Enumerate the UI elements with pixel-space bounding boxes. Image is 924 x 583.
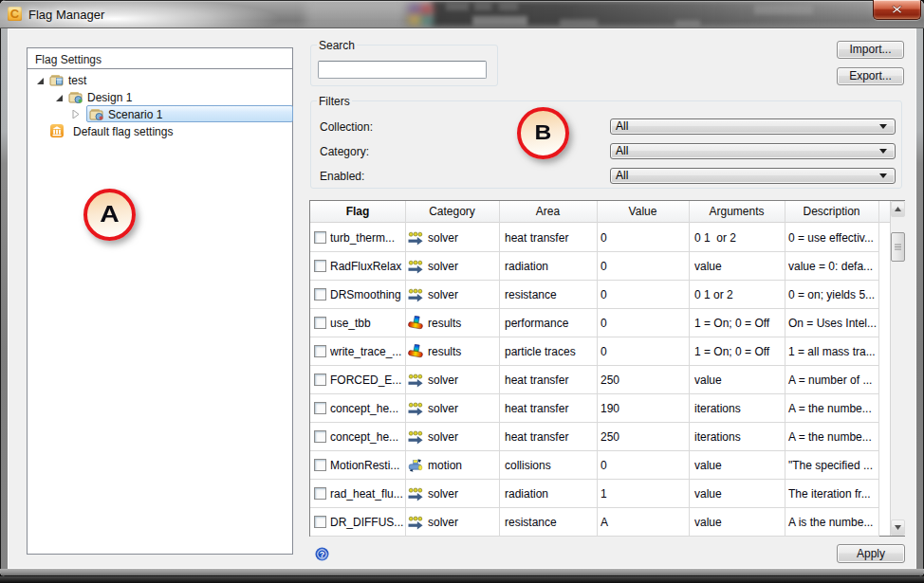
svg-text:?: ? [320,550,325,559]
